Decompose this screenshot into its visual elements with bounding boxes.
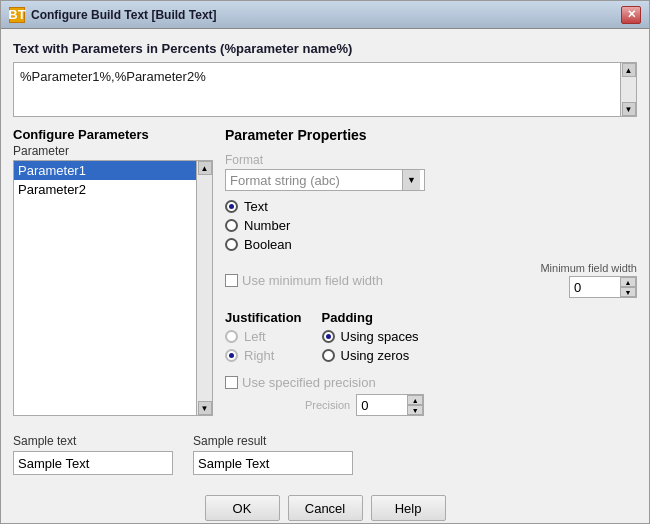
radio-text[interactable]: Text	[225, 199, 637, 214]
radio-zeros-label: Using zeros	[341, 348, 410, 363]
properties-panel: Parameter Properties Format Format strin…	[225, 127, 637, 416]
format-dropdown[interactable]: Format string (abc) ▼	[225, 169, 425, 191]
text-params-label: Text with Parameters in Percents (%param…	[13, 41, 637, 56]
configure-params-title: Configure Parameters	[13, 127, 213, 142]
ok-button[interactable]: OK	[205, 495, 280, 521]
param-list-scrollbar: ▲ ▼	[196, 161, 212, 415]
min-field-row: Use minimum field width Minimum field wi…	[225, 262, 637, 298]
sample-result-label: Sample result	[193, 434, 353, 448]
precision-group: Use specified precision Precision ▲ ▼	[225, 371, 637, 416]
window-icon: BT	[9, 7, 25, 23]
sample-row: Sample text Sample result	[13, 426, 637, 479]
window-title: Configure Build Text [Build Text]	[31, 8, 621, 22]
properties-title: Parameter Properties	[225, 127, 637, 143]
text-params-value: %Parameter1%,%Parameter2%	[20, 69, 206, 84]
precision-label: Precision	[305, 399, 350, 411]
radio-boolean-label: Boolean	[244, 237, 292, 252]
radio-zeros[interactable]: Using zeros	[322, 348, 419, 363]
main-window: BT Configure Build Text [Build Text] ✕ T…	[0, 0, 650, 524]
precision-up[interactable]: ▲	[407, 395, 423, 405]
format-section: Format Format string (abc) ▼	[225, 153, 637, 191]
param-scroll-down[interactable]: ▼	[198, 401, 212, 415]
param-column-header: Parameter	[13, 144, 213, 158]
help-button[interactable]: Help	[371, 495, 446, 521]
precision-checkbox[interactable]	[225, 376, 238, 389]
sample-text-label: Sample text	[13, 434, 173, 448]
radio-spaces-label: Using spaces	[341, 329, 419, 344]
configure-params-panel: Configure Parameters Parameter Parameter…	[13, 127, 213, 416]
radio-left-label: Left	[244, 329, 266, 344]
justification-section: Justification Left Right	[225, 310, 302, 363]
text-params-scrollbar: ▲ ▼	[620, 63, 636, 116]
param-item[interactable]: Parameter2	[14, 180, 212, 199]
param-scroll-up[interactable]: ▲	[198, 161, 212, 175]
configure-section: Configure Parameters Parameter Parameter…	[13, 127, 637, 416]
format-dropdown-text: Format string (abc)	[230, 173, 402, 188]
precision-down[interactable]: ▼	[407, 405, 423, 415]
precision-spinner-buttons: ▲ ▼	[407, 395, 423, 415]
radio-number-label: Number	[244, 218, 290, 233]
param-item[interactable]: Parameter1	[14, 161, 212, 180]
min-field-checkbox[interactable]	[225, 274, 238, 287]
radio-boolean[interactable]: Boolean	[225, 237, 637, 252]
radio-text-label: Text	[244, 199, 268, 214]
format-label: Format	[225, 153, 637, 167]
text-params-section: Text with Parameters in Percents (%param…	[13, 41, 637, 117]
precision-input[interactable]	[357, 395, 407, 415]
radio-spaces[interactable]: Using spaces	[322, 329, 419, 344]
param-list: Parameter1 Parameter2	[14, 161, 212, 415]
min-field-width-label: Minimum field width	[540, 262, 637, 274]
text-params-box: %Parameter1%,%Parameter2% ▲ ▼	[13, 62, 637, 117]
format-dropdown-arrow[interactable]: ▼	[402, 170, 420, 190]
scroll-up-arrow[interactable]: ▲	[622, 63, 636, 77]
radio-zeros-input[interactable]	[322, 349, 335, 362]
min-field-input[interactable]	[570, 277, 620, 297]
use-precision-label: Use specified precision	[242, 375, 376, 390]
radio-right-label: Right	[244, 348, 274, 363]
radio-left-input[interactable]	[225, 330, 238, 343]
title-bar: BT Configure Build Text [Build Text] ✕	[1, 1, 649, 29]
radio-text-input[interactable]	[225, 200, 238, 213]
precision-row: Precision ▲ ▼	[305, 394, 637, 416]
sample-text-field: Sample text	[13, 434, 173, 475]
radio-right[interactable]: Right	[225, 348, 302, 363]
justification-title: Justification	[225, 310, 302, 325]
radio-number-input[interactable]	[225, 219, 238, 232]
precision-spinner: ▲ ▼	[356, 394, 424, 416]
spinner-down[interactable]: ▼	[620, 287, 636, 297]
just-pad-row: Justification Left Right Padding	[225, 310, 637, 363]
sample-result-field: Sample result	[193, 434, 353, 475]
radio-right-input[interactable]	[225, 349, 238, 362]
cancel-button[interactable]: Cancel	[288, 495, 363, 521]
type-section: Text Number Boolean	[225, 199, 637, 252]
use-precision-row: Use specified precision	[225, 375, 637, 390]
radio-spaces-input[interactable]	[322, 330, 335, 343]
close-button[interactable]: ✕	[621, 6, 641, 24]
window-content: Text with Parameters in Percents (%param…	[1, 29, 649, 523]
sample-result-input[interactable]	[193, 451, 353, 475]
param-list-container: Parameter1 Parameter2 ▲ ▼	[13, 160, 213, 416]
min-field-checkbox-container: Use minimum field width	[225, 273, 383, 288]
padding-section: Padding Using spaces Using zeros	[322, 310, 419, 363]
padding-title: Padding	[322, 310, 419, 325]
spinner-buttons: ▲ ▼	[620, 277, 636, 297]
min-field-right: Minimum field width ▲ ▼	[540, 262, 637, 298]
radio-number[interactable]: Number	[225, 218, 637, 233]
min-field-spinner: ▲ ▼	[569, 276, 637, 298]
scroll-down-arrow[interactable]: ▼	[622, 102, 636, 116]
bottom-buttons: OK Cancel Help	[13, 489, 637, 523]
sample-text-input[interactable]	[13, 451, 173, 475]
spinner-up[interactable]: ▲	[620, 277, 636, 287]
radio-left[interactable]: Left	[225, 329, 302, 344]
min-field-label: Use minimum field width	[242, 273, 383, 288]
radio-boolean-input[interactable]	[225, 238, 238, 251]
